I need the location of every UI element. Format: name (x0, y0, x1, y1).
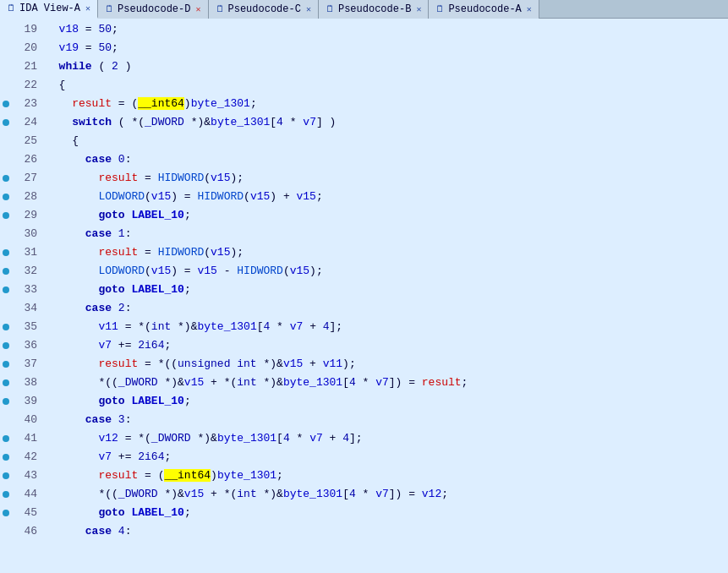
line-content-37: result = *((unsigned int *)&v15 + v11); (42, 355, 728, 374)
line-dot-23 (0, 95, 12, 113)
line-content-40: case 3: (42, 411, 728, 429)
line-content-22: { (42, 76, 728, 95)
line-content-42: v7 += 2i64; (42, 448, 728, 467)
line-content-30: case 1: (42, 225, 728, 243)
line-content-35: v11 = *(int *)&byte_1301[4 * v7 + 4]; (42, 318, 728, 336)
line-dot-41 (0, 429, 12, 448)
line-dot-39 (0, 392, 12, 411)
line-num-33: 33 (12, 281, 42, 299)
line-num-41: 41 (12, 429, 42, 448)
line-num-32: 32 (12, 262, 42, 281)
line-num-19: 19 (12, 20, 42, 39)
line-dot-22 (0, 76, 12, 95)
line-dot-25 (0, 132, 12, 150)
line-num-25: 25 (12, 132, 42, 150)
line-dot-33 (0, 281, 12, 299)
line-num-43: 43 (12, 467, 42, 485)
line-dot-37 (0, 355, 12, 374)
line-dot-29 (0, 206, 12, 225)
line-content-38: *((_DWORD *)&v15 + *(int *)&byte_1301[4 … (42, 374, 728, 392)
code-line-24: 24 switch ( *(_DWORD *)&byte_1301[4 * v7… (0, 113, 728, 132)
tab-bar: 🗒 IDA View-A ✕ 🗒 Pseudocode-D ✕ 🗒 Pseudo… (0, 0, 728, 19)
line-num-35: 35 (12, 318, 42, 336)
line-num-28: 28 (12, 188, 42, 206)
line-num-23: 23 (12, 95, 42, 113)
code-line-44: 44 *((_DWORD *)&v15 + *(int *)&byte_1301… (0, 485, 728, 504)
line-content-20: v19 = 50; (42, 39, 728, 57)
line-content-43: result = (__int64)byte_1301; (42, 467, 728, 485)
line-dot-34 (0, 299, 12, 318)
line-dot-19 (0, 20, 12, 39)
line-dot-20 (0, 39, 12, 57)
line-num-46: 46 (12, 522, 42, 541)
code-area: 19 v18 = 50; 20 v19 = 50; 21 while ( 2 )… (0, 19, 728, 573)
code-line-29: 29 goto LABEL_10; (0, 206, 728, 225)
line-num-30: 30 (12, 225, 42, 243)
line-dot-46 (0, 522, 12, 541)
line-num-24: 24 (12, 113, 42, 132)
line-dot-28 (0, 188, 12, 206)
line-num-40: 40 (12, 411, 42, 429)
code-line-40: 40 case 3: (0, 411, 728, 429)
code-line-31: 31 result = HIDWORD(v15); (0, 243, 728, 262)
tab-close-ida-view-a[interactable]: ✕ (85, 3, 90, 14)
line-dot-44 (0, 485, 12, 504)
code-line-45: 45 goto LABEL_10; (0, 504, 728, 522)
line-dot-35 (0, 318, 12, 336)
tab-pseudocode-d[interactable]: 🗒 Pseudocode-D ✕ (98, 0, 208, 19)
line-dot-36 (0, 336, 12, 355)
tab-close-pseudocode-b[interactable]: ✕ (416, 4, 421, 14)
line-content-27: result = HIDWORD(v15); (42, 169, 728, 188)
code-line-25: 25 { (0, 132, 728, 150)
tab-label-a: Pseudocode-A (448, 3, 521, 15)
tab-icon-c: 🗒 (216, 3, 225, 14)
code-line-19: 19 v18 = 50; (0, 20, 728, 39)
line-content-45: goto LABEL_10; (42, 504, 728, 522)
line-num-42: 42 (12, 448, 42, 467)
line-num-29: 29 (12, 206, 42, 225)
line-num-34: 34 (12, 299, 42, 318)
line-dot-38 (0, 374, 12, 392)
tab-pseudocode-a[interactable]: 🗒 Pseudocode-A ✕ (429, 0, 539, 19)
line-dot-43 (0, 467, 12, 485)
line-dot-24 (0, 113, 12, 132)
tab-label-b: Pseudocode-B (338, 3, 411, 15)
code-line-32: 32 LODWORD(v15) = v15 - HIDWORD(v15); (0, 262, 728, 281)
code-line-38: 38 *((_DWORD *)&v15 + *(int *)&byte_1301… (0, 374, 728, 392)
tab-icon-d: 🗒 (105, 3, 114, 14)
code-line-27: 27 result = HIDWORD(v15); (0, 169, 728, 188)
tab-label: IDA View-A (19, 3, 80, 14)
line-dot-42 (0, 448, 12, 467)
line-dot-30 (0, 225, 12, 243)
line-dot-45 (0, 504, 12, 522)
line-content-34: case 2: (42, 299, 728, 318)
tab-pseudocode-c[interactable]: 🗒 Pseudocode-C ✕ (209, 0, 319, 19)
code-line-20: 20 v19 = 50; (0, 39, 728, 57)
line-content-23: result = (__int64)byte_1301; (42, 95, 728, 113)
code-line-36: 36 v7 += 2i64; (0, 336, 728, 355)
tab-close-pseudocode-c[interactable]: ✕ (306, 4, 311, 14)
line-dot-32 (0, 262, 12, 281)
code-line-26: 26 case 0: (0, 150, 728, 169)
line-num-21: 21 (12, 57, 42, 76)
line-content-33: goto LABEL_10; (42, 281, 728, 299)
line-dot-21 (0, 57, 12, 76)
line-content-36: v7 += 2i64; (42, 336, 728, 355)
code-line-41: 41 v12 = *(_DWORD *)&byte_1301[4 * v7 + … (0, 429, 728, 448)
line-num-39: 39 (12, 392, 42, 411)
tab-close-pseudocode-a[interactable]: ✕ (527, 4, 532, 14)
line-content-29: goto LABEL_10; (42, 206, 728, 225)
code-line-22: 22 { (0, 76, 728, 95)
tab-close-pseudocode-d[interactable]: ✕ (195, 4, 200, 14)
line-content-24: switch ( *(_DWORD *)&byte_1301[4 * v7] ) (42, 113, 728, 132)
code-line-21: 21 while ( 2 ) (0, 57, 728, 76)
line-content-32: LODWORD(v15) = v15 - HIDWORD(v15); (42, 262, 728, 281)
tab-label-c: Pseudocode-C (228, 3, 301, 15)
line-num-36: 36 (12, 336, 42, 355)
line-content-25: { (42, 132, 728, 150)
tab-pseudocode-b[interactable]: 🗒 Pseudocode-B ✕ (319, 0, 429, 19)
line-num-22: 22 (12, 76, 42, 95)
tab-icon: 🗒 (7, 3, 16, 14)
line-num-37: 37 (12, 355, 42, 374)
tab-ida-view-a[interactable]: 🗒 IDA View-A ✕ (0, 0, 98, 19)
